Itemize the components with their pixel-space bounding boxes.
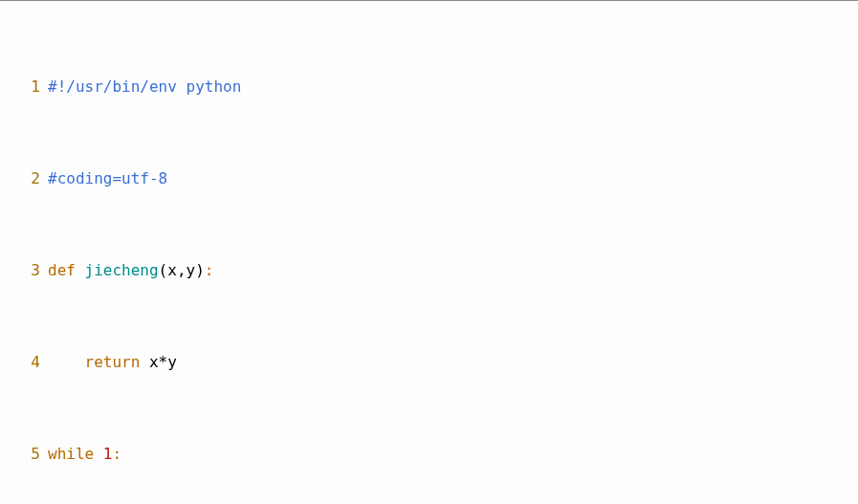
- code-content[interactable]: while 1:: [48, 443, 858, 466]
- colon: :: [205, 261, 214, 279]
- fn-name: jiecheng: [85, 261, 159, 279]
- editor-area[interactable]: 1 #!/usr/bin/env python 2 #coding=utf-8 …: [0, 0, 858, 504]
- code-line: 4 return x*y: [0, 351, 858, 374]
- literal: 1: [103, 445, 113, 463]
- editor-window: File Edit View Search Terminal Help 1 #!…: [0, 0, 858, 504]
- kw-return: return: [85, 353, 141, 371]
- line-number: 5: [0, 443, 48, 466]
- line-number: 4: [0, 351, 48, 374]
- kw-while: while: [48, 445, 94, 463]
- code-content[interactable]: def jiecheng(x,y):: [48, 259, 858, 282]
- code-line: 3 def jiecheng(x,y):: [0, 259, 858, 282]
- line-number: 2: [0, 167, 48, 190]
- colon: :: [112, 445, 121, 463]
- params: (x,y): [159, 261, 205, 279]
- line-number: 3: [0, 259, 48, 282]
- code-line: 1 #!/usr/bin/env python: [0, 76, 858, 99]
- line-number: 1: [0, 76, 48, 99]
- kw-def: def: [48, 261, 76, 279]
- shebang: #!/usr/bin/env python: [48, 77, 241, 96]
- code-line: 2 #coding=utf-8: [0, 167, 858, 190]
- code-line: 5 while 1:: [0, 443, 858, 466]
- code-content[interactable]: return x*y: [48, 351, 858, 374]
- expr: x*y: [140, 353, 177, 371]
- code-content[interactable]: #!/usr/bin/env python: [48, 76, 858, 99]
- code-content[interactable]: #coding=utf-8: [48, 167, 858, 190]
- coding-comment: #coding=utf-8: [48, 169, 167, 187]
